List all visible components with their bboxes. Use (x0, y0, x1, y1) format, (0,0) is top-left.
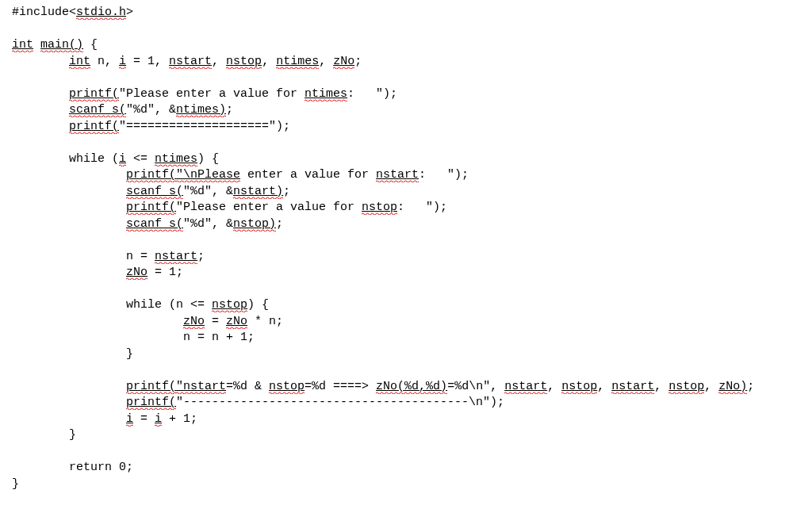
code-line: } (12, 347, 133, 361)
header-file: stdio.h (76, 6, 126, 20)
code-line: } (12, 477, 19, 491)
code-line: while (n <= nstop) { (12, 298, 269, 312)
code-line: scanf_s("%d", &nstop); (12, 217, 283, 232)
code-line: printf("Please enter a value for ntimes:… (12, 87, 397, 101)
code-editor-surface: #include<stdio.h> int main() { int n, i … (0, 0, 812, 497)
code-line: printf("Please enter a value for nstop: … (12, 201, 447, 215)
code-line: return 0; (12, 461, 133, 474)
code-line: int main() { (12, 38, 98, 52)
code-line: scanf_s("%d", &nstart); (12, 185, 290, 199)
code-line: } (12, 428, 76, 442)
code-line: scanf_s("%d", &ntimes); (12, 103, 233, 117)
code-line: zNo = 1; (12, 266, 183, 280)
code-line: zNo = zNo * n; (12, 315, 283, 329)
code-line: n = nstart; (12, 250, 205, 264)
code-line: while (i <= ntimes) { (12, 152, 219, 166)
code-line: i = i + 1; (12, 412, 197, 427)
code-line: #include<stdio.h> (12, 6, 133, 20)
code-line: int n, i = 1, nstart, nstop, ntimes, zNo… (12, 55, 362, 69)
code-line: printf("nstart=%d & nstop=%d ====> zNo(%… (12, 380, 754, 394)
code-line: printf("===================="); (12, 120, 290, 134)
code-line: printf("--------------------------------… (12, 396, 504, 410)
code-line: n = n + 1; (12, 331, 255, 344)
code-line: printf("\nPlease enter a value for nstar… (12, 168, 469, 182)
